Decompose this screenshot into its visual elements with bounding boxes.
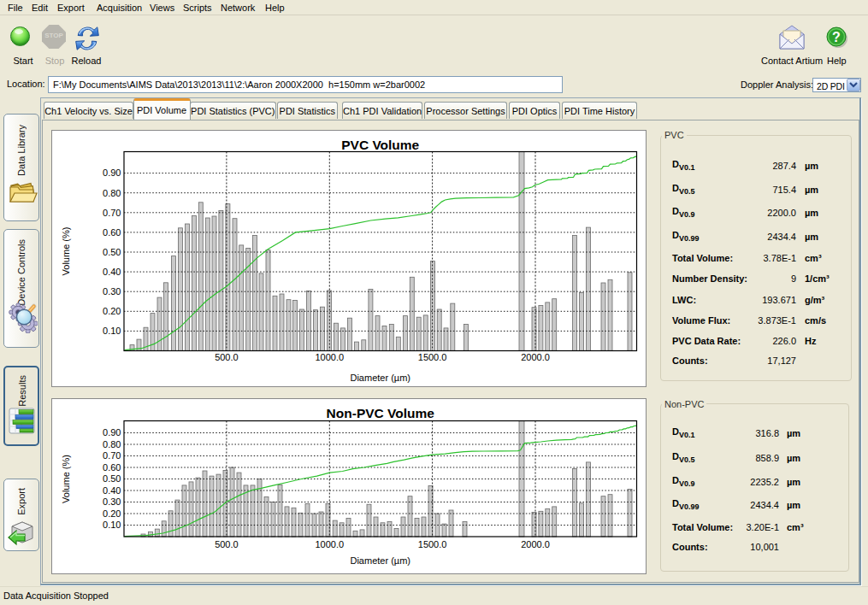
svg-text:Volume (%): Volume (%) bbox=[60, 227, 70, 276]
svg-text:2000.0: 2000.0 bbox=[521, 538, 550, 549]
svg-text:Diameter (µm): Diameter (µm) bbox=[350, 373, 410, 383]
svg-text:0.90: 0.90 bbox=[103, 427, 121, 438]
svg-text:0.30: 0.30 bbox=[103, 496, 121, 507]
svg-text:0.50: 0.50 bbox=[103, 473, 121, 484]
svg-text:2000.0: 2000.0 bbox=[521, 352, 550, 362]
svg-text:500.0: 500.0 bbox=[215, 538, 239, 549]
svg-text:0.60: 0.60 bbox=[103, 227, 121, 238]
svg-text:PVC Volume: PVC Volume bbox=[341, 138, 419, 152]
svg-text:0.30: 0.30 bbox=[103, 286, 121, 297]
svg-text:0.70: 0.70 bbox=[103, 450, 121, 461]
svg-text:0.10: 0.10 bbox=[103, 326, 121, 336]
svg-text:Volume (%): Volume (%) bbox=[60, 455, 70, 503]
svg-text:0.50: 0.50 bbox=[103, 247, 121, 257]
svg-text:1000.0: 1000.0 bbox=[315, 538, 344, 549]
svg-text:0.80: 0.80 bbox=[103, 188, 121, 198]
svg-text:0.20: 0.20 bbox=[103, 508, 121, 518]
svg-text:0.40: 0.40 bbox=[103, 267, 121, 277]
svg-text:0.20: 0.20 bbox=[103, 306, 121, 316]
svg-text:500.0: 500.0 bbox=[215, 352, 239, 362]
svg-text:0.90: 0.90 bbox=[103, 167, 121, 178]
svg-text:1500.0: 1500.0 bbox=[417, 352, 446, 362]
svg-text:?: ? bbox=[832, 30, 841, 44]
svg-text:Diameter (µm): Diameter (µm) bbox=[350, 555, 410, 565]
svg-text:0.80: 0.80 bbox=[103, 438, 121, 449]
svg-text:Non-PVC Volume: Non-PVC Volume bbox=[326, 406, 434, 420]
svg-text:1500.0: 1500.0 bbox=[417, 538, 446, 549]
svg-text:0.10: 0.10 bbox=[103, 520, 121, 530]
svg-text:0.40: 0.40 bbox=[103, 485, 121, 495]
svg-text:0.70: 0.70 bbox=[103, 208, 121, 218]
svg-text:1000.0: 1000.0 bbox=[315, 352, 344, 362]
svg-text:0.60: 0.60 bbox=[103, 461, 121, 472]
